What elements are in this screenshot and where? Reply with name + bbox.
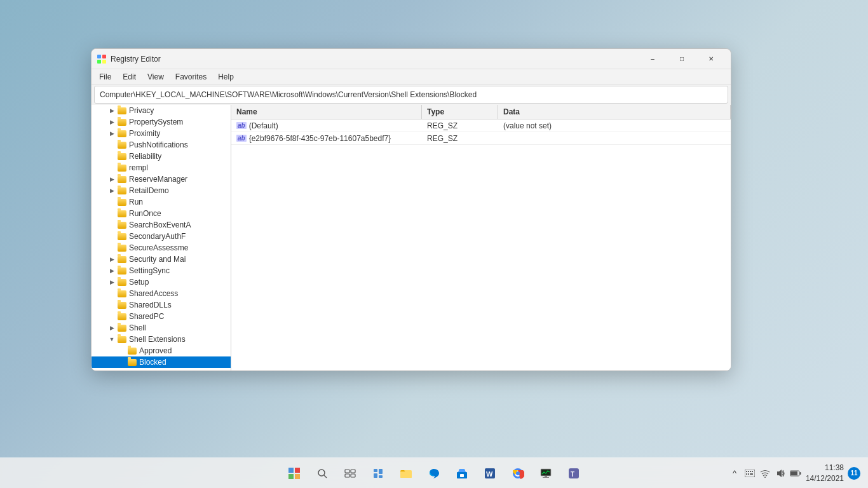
- folder-icon: [117, 186, 127, 195]
- tree-label: SearchBoxEventA: [129, 220, 191, 229]
- svg-rect-1: [102, 55, 106, 58]
- keyboard-icon[interactable]: [743, 467, 756, 480]
- menu-help[interactable]: Help: [213, 71, 239, 83]
- tree-item-runonce[interactable]: RunOnce: [92, 208, 231, 219]
- folder-icon: [117, 301, 127, 309]
- folder-icon: [117, 140, 127, 149]
- menu-view[interactable]: View: [142, 71, 169, 83]
- folder-icon: [117, 129, 127, 138]
- folder-icon: [117, 335, 127, 344]
- tree-label: Run: [129, 198, 143, 207]
- folder-icon: [127, 346, 137, 355]
- clock[interactable]: 11:38 14/12/2021: [806, 463, 844, 484]
- tree-item-searchboxeventa[interactable]: SearchBoxEventA: [92, 219, 231, 231]
- tree-item-proximity[interactable]: ▶ Proximity: [92, 128, 231, 139]
- tray-chevron[interactable]: ^: [728, 467, 741, 480]
- svg-rect-34: [746, 471, 747, 472]
- battery-icon[interactable]: [789, 467, 802, 480]
- table-row[interactable]: ab {e2bf9676-5f8f-435c-97eb-11607a5bedf7…: [231, 132, 731, 145]
- tree-item-setup[interactable]: ▶ Setup: [92, 276, 231, 288]
- expand-icon: ▶: [107, 119, 117, 125]
- folder-icon: [117, 312, 127, 321]
- svg-rect-21: [460, 474, 464, 477]
- tree-label: Reliability: [129, 152, 161, 161]
- address-bar[interactable]: Computer\HKEY_LOCAL_MACHINE\SOFTWARE\Mic…: [94, 86, 728, 104]
- monitor-button[interactable]: [533, 461, 559, 486]
- svg-rect-37: [752, 471, 753, 472]
- tree-item-security-and-mai[interactable]: ▶ Security and Mai: [92, 254, 231, 265]
- expand-icon: [107, 245, 117, 251]
- tree-label: Proximity: [129, 129, 160, 138]
- tree-item-rempl[interactable]: rempl: [92, 162, 231, 173]
- tree-item-reservemanager[interactable]: ▶ ReserveManager: [92, 173, 231, 185]
- start-button[interactable]: [281, 461, 307, 486]
- tree-label: Setup: [129, 278, 149, 287]
- tree-label: PropertySystem: [129, 118, 183, 126]
- word-button[interactable]: W: [477, 461, 503, 486]
- tree-item-propertysystem[interactable]: ▶ PropertySystem: [92, 116, 231, 128]
- tree-item-sharedaccess[interactable]: SharedAccess: [92, 288, 231, 299]
- svg-rect-11: [351, 470, 355, 473]
- expand-icon: [107, 153, 117, 159]
- tree-item-pushnotifications[interactable]: PushNotifications: [92, 139, 231, 151]
- tree-item-privacy[interactable]: ▶ Privacy: [92, 105, 231, 116]
- tree-item-settingsync[interactable]: ▶ SettingSync: [92, 265, 231, 276]
- store-button[interactable]: [449, 461, 475, 486]
- menubar: File Edit View Favorites Help: [92, 69, 731, 85]
- notification-badge[interactable]: 11: [848, 467, 860, 480]
- tree-item-sharedpc[interactable]: SharedPC: [92, 311, 231, 322]
- tree-item-secondaryauthf[interactable]: SecondaryAuthF: [92, 231, 231, 242]
- tree-label: ReserveManager: [129, 175, 187, 184]
- svg-rect-40: [750, 473, 753, 475]
- task-view-button[interactable]: [337, 461, 363, 486]
- expand-icon: [117, 359, 127, 365]
- folder-icon: [117, 209, 127, 218]
- menu-file[interactable]: File: [94, 71, 116, 83]
- tree-item-secureassessme[interactable]: SecureAssessme: [92, 242, 231, 254]
- svg-point-26: [516, 471, 520, 475]
- tree-item-run[interactable]: Run: [92, 196, 231, 208]
- svg-rect-38: [746, 473, 747, 475]
- table-row[interactable]: ab (Default) REG_SZ (value not set): [231, 119, 731, 132]
- tree-item-shareddlls[interactable]: SharedDLLs: [92, 299, 231, 311]
- tree-label: SecureAssessme: [129, 243, 188, 252]
- svg-rect-35: [748, 471, 749, 472]
- tree-item-approved[interactable]: Approved: [92, 345, 231, 356]
- close-button[interactable]: ✕: [696, 49, 726, 69]
- widgets-button[interactable]: [365, 461, 391, 486]
- search-button[interactable]: [309, 461, 335, 486]
- menu-favorites[interactable]: Favorites: [170, 71, 212, 83]
- reg-type-icon: ab: [236, 135, 247, 142]
- taskbar-right: ^: [728, 463, 868, 484]
- tree-label: SharedPC: [129, 312, 164, 321]
- volume-icon[interactable]: [774, 467, 787, 480]
- expand-icon: [107, 199, 117, 205]
- chrome-button[interactable]: [505, 461, 531, 486]
- tree-item-shell-extensions[interactable]: ▼ Shell Extensions: [92, 334, 231, 345]
- tree-item-reliability[interactable]: Reliability: [92, 151, 231, 162]
- svg-rect-36: [750, 471, 751, 472]
- tree-item-shell[interactable]: ▶ Shell: [92, 322, 231, 334]
- file-explorer-button[interactable]: [393, 461, 419, 486]
- registry-editor-window: Registry Editor – □ ✕ File Edit View Fav…: [91, 48, 731, 371]
- wifi-icon[interactable]: [759, 467, 771, 480]
- tree-label: SecondaryAuthF: [129, 232, 186, 241]
- titlebar: Registry Editor – □ ✕: [92, 49, 731, 69]
- expand-icon: [107, 210, 117, 217]
- svg-rect-45: [790, 471, 797, 475]
- tree-panel[interactable]: ▶ Privacy ▶ PropertySystem ▶ Proximity: [92, 105, 231, 370]
- minimize-button[interactable]: –: [638, 49, 667, 69]
- tree-item-retaildemo[interactable]: ▶ RetailDemo: [92, 185, 231, 196]
- maximize-button[interactable]: □: [667, 49, 696, 69]
- tree-item-blocked[interactable]: Blocked: [92, 356, 231, 368]
- row-type: REG_SZ: [422, 120, 498, 132]
- expand-icon: [107, 302, 117, 308]
- menu-edit[interactable]: Edit: [118, 71, 141, 83]
- folder-icon: [117, 220, 127, 229]
- window-title: Registry Editor: [111, 55, 638, 64]
- edge-button[interactable]: [421, 461, 447, 486]
- row-name: ab {e2bf9676-5f8f-435c-97eb-11607a5bedf7…: [231, 133, 422, 144]
- tree-label: Shell Extensions: [129, 335, 186, 344]
- svg-rect-13: [351, 474, 355, 477]
- teams-button[interactable]: T: [561, 461, 587, 486]
